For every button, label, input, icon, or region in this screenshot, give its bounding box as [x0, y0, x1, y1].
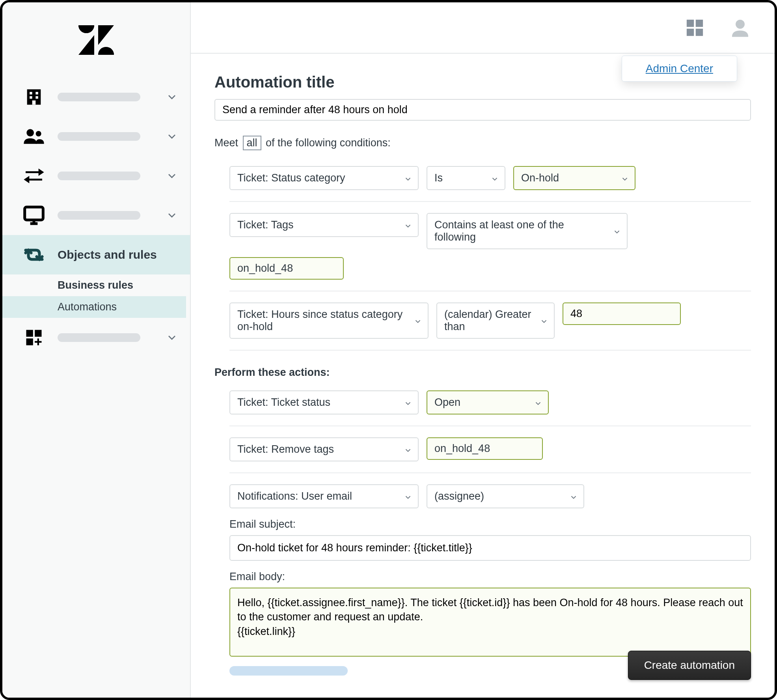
nav-label: Objects and rules	[58, 248, 178, 261]
chevron-down-icon	[404, 174, 412, 183]
nav-item-workspaces[interactable]	[2, 77, 190, 117]
condition-field-select[interactable]: Ticket: Tags	[229, 213, 419, 237]
topbar	[191, 2, 775, 54]
zendesk-logo-icon	[78, 25, 114, 55]
action-value-select[interactable]: (assignee)	[427, 484, 584, 508]
arrows-icon	[22, 164, 46, 188]
svg-rect-17	[26, 338, 33, 345]
condition-value-select[interactable]: On-hold	[513, 166, 635, 190]
app-window: Objects and rules Business rules Automat…	[0, 0, 777, 700]
action-tag-input[interactable]: on_hold_48	[427, 437, 543, 460]
condition-row: Ticket: Tags Contains at least one of th…	[229, 213, 751, 249]
chevron-down-icon	[166, 170, 178, 182]
svg-point-2	[98, 47, 114, 55]
chevron-down-icon	[404, 445, 412, 454]
nav-placeholder	[58, 132, 140, 141]
svg-point-0	[78, 25, 94, 33]
main: Admin Center Automation title Meet all o…	[191, 2, 775, 698]
svg-rect-16	[35, 330, 41, 337]
svg-rect-6	[35, 92, 38, 95]
nav-placeholder	[58, 333, 140, 342]
action-row: Ticket: Ticket status Open	[229, 390, 751, 414]
create-automation-button[interactable]: Create automation	[628, 651, 751, 680]
add-action-placeholder[interactable]	[229, 666, 348, 676]
nav-placeholder	[58, 211, 140, 220]
svg-rect-12	[25, 207, 43, 220]
building-icon	[22, 85, 46, 109]
condition-operator-select[interactable]: Contains at least one of the following	[427, 213, 628, 249]
chevron-down-icon	[404, 492, 412, 501]
chevron-down-icon	[569, 492, 578, 501]
chevron-down-icon	[166, 209, 178, 222]
divider	[229, 291, 751, 291]
conditions-intro: Meet all of the following conditions:	[214, 136, 751, 150]
svg-rect-5	[30, 92, 32, 95]
svg-point-22	[736, 19, 745, 28]
condition-operator-select[interactable]: (calendar) Greater than	[436, 302, 555, 339]
condition-tag-input[interactable]: on_hold_48	[229, 257, 344, 280]
automation-title-input[interactable]	[214, 99, 751, 121]
chevron-down-icon	[613, 227, 621, 235]
apps-add-icon	[22, 326, 46, 349]
svg-rect-18	[687, 19, 694, 26]
condition-operator-select[interactable]: Is	[427, 166, 505, 190]
chevron-down-icon	[404, 221, 412, 230]
nav-item-channels[interactable]	[2, 156, 190, 196]
products-grid-icon[interactable]	[684, 17, 706, 39]
chevron-down-icon	[166, 91, 178, 103]
svg-rect-19	[696, 19, 703, 26]
people-icon	[22, 125, 46, 148]
chevron-down-icon	[490, 174, 499, 183]
action-field-select[interactable]: Ticket: Remove tags	[229, 437, 419, 461]
chevron-down-icon	[620, 174, 629, 183]
action-value-select[interactable]: Open	[427, 390, 549, 414]
meet-suffix: of the following conditions:	[266, 137, 391, 149]
chevron-down-icon	[166, 331, 178, 344]
svg-point-10	[26, 129, 34, 136]
nav-placeholder	[58, 93, 140, 101]
nav-placeholder	[58, 172, 140, 180]
condition-field-select[interactable]: Ticket: Status category	[229, 166, 419, 190]
divider	[229, 472, 751, 473]
chevron-down-icon	[414, 316, 422, 325]
svg-rect-20	[687, 28, 694, 35]
chevron-down-icon	[540, 316, 548, 325]
svg-rect-21	[696, 28, 703, 35]
subnav-automations[interactable]: Automations	[2, 296, 186, 318]
nav-item-people[interactable]	[2, 117, 190, 156]
subnav-business-rules[interactable]: Business rules	[58, 274, 190, 296]
svg-rect-9	[32, 101, 36, 105]
email-body-label: Email body:	[229, 571, 751, 583]
condition-mode-select[interactable]: all	[243, 136, 261, 150]
divider	[229, 201, 751, 202]
svg-point-11	[36, 131, 41, 136]
nav-item-apps[interactable]	[2, 318, 190, 357]
logo-wrap	[2, 2, 190, 77]
action-field-select[interactable]: Ticket: Ticket status	[229, 390, 419, 414]
monitor-icon	[22, 203, 46, 227]
admin-center-tooltip[interactable]: Admin Center	[622, 56, 737, 82]
condition-value-input[interactable]	[563, 302, 681, 325]
svg-rect-15	[26, 330, 33, 337]
sub-nav: Business rules Automations	[2, 274, 190, 318]
email-body-textarea[interactable]	[229, 588, 751, 657]
divider	[229, 426, 751, 426]
profile-icon[interactable]	[729, 17, 751, 39]
chevron-down-icon	[534, 398, 542, 407]
chevron-down-icon	[166, 130, 178, 143]
sidebar: Objects and rules Business rules Automat…	[2, 2, 191, 698]
routing-icon	[22, 243, 46, 267]
nav-item-workspaces-ui[interactable]	[2, 196, 190, 235]
meet-prefix: Meet	[214, 137, 238, 149]
svg-rect-7	[30, 96, 32, 99]
action-field-select[interactable]: Notifications: User email	[229, 484, 419, 508]
nav-item-objects-rules[interactable]: Objects and rules	[2, 235, 190, 274]
email-subject-label: Email subject:	[229, 518, 751, 530]
chevron-down-icon	[404, 398, 412, 407]
email-subject-input[interactable]	[229, 535, 751, 561]
content: Automation title Meet all of the followi…	[191, 54, 775, 698]
svg-rect-8	[35, 96, 38, 99]
action-row: Ticket: Remove tags on_hold_48	[229, 437, 751, 461]
condition-field-select[interactable]: Ticket: Hours since status category on-h…	[229, 302, 429, 339]
actions-label: Perform these actions:	[214, 366, 751, 379]
